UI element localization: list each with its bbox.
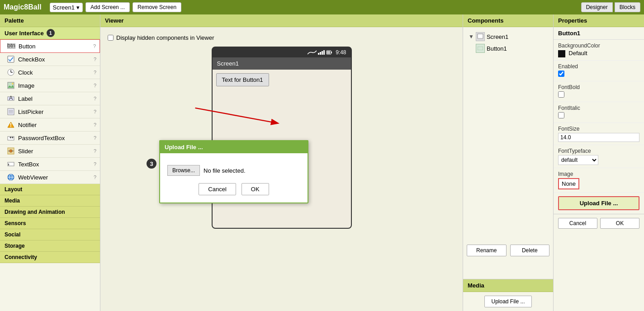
clock-help-icon[interactable]: ? <box>94 70 96 75</box>
fontsize-input[interactable] <box>558 133 639 142</box>
fontitalic-checkbox[interactable] <box>558 112 564 118</box>
props-bottom-buttons: Cancel OK <box>554 214 644 232</box>
notifier-help-icon[interactable]: ? <box>94 122 96 127</box>
collapse-icon[interactable]: ▼ <box>469 33 474 40</box>
sensors-section[interactable]: Sensors <box>0 218 100 229</box>
layout-section[interactable]: Layout <box>0 184 100 195</box>
media-upload-button[interactable]: Upload File ... <box>484 296 531 307</box>
svg-text:btn: btn <box>7 43 15 49</box>
textbox-help-icon[interactable]: ? <box>94 161 96 167</box>
image-row: Image None <box>554 168 644 193</box>
upload-dialog-header: Upload File ... <box>160 141 308 153</box>
viewer-panel: Viewer Display hidden components in View… <box>100 14 463 311</box>
upload-dialog-buttons: Cancel OK <box>167 183 300 195</box>
palette-item-webviewer[interactable]: WebViewer ? <box>0 171 100 184</box>
browse-button[interactable]: Browse... <box>167 165 200 176</box>
slider-help-icon[interactable]: ? <box>94 148 96 154</box>
passwordtextbox-label: PasswordTextBox <box>18 135 91 141</box>
palette-item-label[interactable]: A Label ? <box>0 92 100 105</box>
connectivity-section[interactable]: Connectivity <box>0 252 100 263</box>
upload-file-section: Upload File ... <box>554 193 644 214</box>
viewer-content: Display hidden components in Viewer <box>100 27 463 236</box>
remove-screen-button[interactable]: Remove Screen <box>133 2 181 12</box>
props-cancel-button[interactable]: Cancel <box>558 218 597 229</box>
fontbold-label: FontBold <box>558 84 639 90</box>
social-section[interactable]: Social <box>0 229 100 240</box>
media-header: Media <box>463 279 553 292</box>
palette-item-textbox[interactable]: TextBox ? <box>0 158 100 171</box>
screen-dropdown[interactable]: Screen1 ▾ <box>50 3 83 12</box>
image-help-icon[interactable]: ? <box>94 83 96 88</box>
button1-item[interactable]: Button1 <box>467 42 549 54</box>
svg-point-8 <box>12 83 14 85</box>
bg-color-row: BackgroundColor Default <box>554 40 644 61</box>
image-value-box[interactable]: None <box>558 178 579 189</box>
phone-button1[interactable]: Text for Button1 <box>216 73 269 86</box>
image-label: Image <box>18 82 91 89</box>
button-help-icon[interactable]: ? <box>93 43 96 49</box>
image-label: Image <box>558 171 639 177</box>
image-icon <box>6 81 15 90</box>
add-screen-button[interactable]: Add Screen ... <box>85 2 130 12</box>
media-section: Media Upload File ... <box>463 279 553 311</box>
palette-item-notifier[interactable]: ! Notifier ? <box>0 118 100 132</box>
storage-section[interactable]: Storage <box>0 240 100 252</box>
phone-status-bar: 9:48 <box>213 47 351 57</box>
button-icon: btn <box>7 42 16 51</box>
hidden-components-checkbox[interactable] <box>108 35 114 41</box>
listpicker-help-icon[interactable]: ? <box>94 109 96 114</box>
palette-item-checkbox[interactable]: CheckBox ? <box>0 53 100 66</box>
webviewer-icon <box>6 173 15 182</box>
webviewer-help-icon[interactable]: ? <box>94 174 96 180</box>
props-ok-button[interactable]: OK <box>600 218 639 229</box>
rename-button[interactable]: Rename <box>467 245 507 256</box>
webviewer-label: WebViewer <box>18 174 91 181</box>
svg-rect-33 <box>478 47 483 50</box>
hidden-components-row: Display hidden components in Viewer <box>108 34 455 41</box>
upload-file-button[interactable]: Upload File ... <box>558 196 639 210</box>
upload-dialog-title: Upload File ... <box>165 144 203 151</box>
drawing-section[interactable]: Drawing and Animation <box>0 207 100 218</box>
palette-item-passwordtextbox[interactable]: •• PasswordTextBox ? <box>0 132 100 145</box>
textbox-label: TextBox <box>18 161 91 168</box>
palette-item-listpicker[interactable]: ListPicker ? <box>0 105 100 118</box>
button-label: Button <box>19 43 90 50</box>
passwordtextbox-help-icon[interactable]: ? <box>94 135 96 141</box>
screen1-icon <box>476 32 485 41</box>
ui-badge: 1 <box>47 29 55 37</box>
screen1-item[interactable]: ▼ Screen1 <box>467 31 549 42</box>
fontitalic-label: FontItalic <box>558 105 639 111</box>
button1-label: Button1 <box>487 45 507 52</box>
delete-button[interactable]: Delete <box>510 245 550 256</box>
palette-header: Palette <box>0 14 100 27</box>
badge-3: 3 <box>147 159 156 169</box>
fontbold-checkbox[interactable] <box>558 91 564 98</box>
ui-section-header[interactable]: User Interface 1 <box>0 27 100 39</box>
topbar: Magic8Ball Screen1 ▾ Add Screen ... Remo… <box>0 0 644 14</box>
enabled-checkbox[interactable] <box>558 71 564 77</box>
fonttypeface-select[interactable]: default serif monospace <box>558 155 598 165</box>
upload-ok-button[interactable]: OK <box>242 183 269 195</box>
palette-item-clock[interactable]: Clock ? <box>0 66 100 79</box>
svg-text:!: ! <box>10 122 12 128</box>
label-help-icon[interactable]: ? <box>94 96 96 101</box>
checkbox-icon <box>6 55 15 64</box>
upload-cancel-button[interactable]: Cancel <box>199 183 236 195</box>
svg-rect-31 <box>478 34 483 38</box>
enabled-row: Enabled <box>554 61 644 81</box>
app-title: Magic8Ball <box>4 3 42 11</box>
notifier-label: Notifier <box>18 122 91 128</box>
checkbox-help-icon[interactable]: ? <box>94 57 96 62</box>
designer-button[interactable]: Designer <box>581 2 613 12</box>
blocks-button[interactable]: Blocks <box>615 2 640 12</box>
palette-item-button[interactable]: btn Button ? <box>0 39 100 53</box>
media-section[interactable]: Media <box>0 195 100 207</box>
palette-item-slider[interactable]: Slider ? <box>0 145 100 158</box>
passwordtextbox-icon: •• <box>6 133 15 142</box>
color-swatch <box>558 50 565 57</box>
screen-dropdown-label: Screen1 <box>53 4 75 11</box>
media-body: Upload File ... <box>463 292 553 311</box>
signal-bars <box>318 50 325 55</box>
label-label: Label <box>18 95 91 102</box>
palette-item-image[interactable]: Image ? <box>0 79 100 92</box>
